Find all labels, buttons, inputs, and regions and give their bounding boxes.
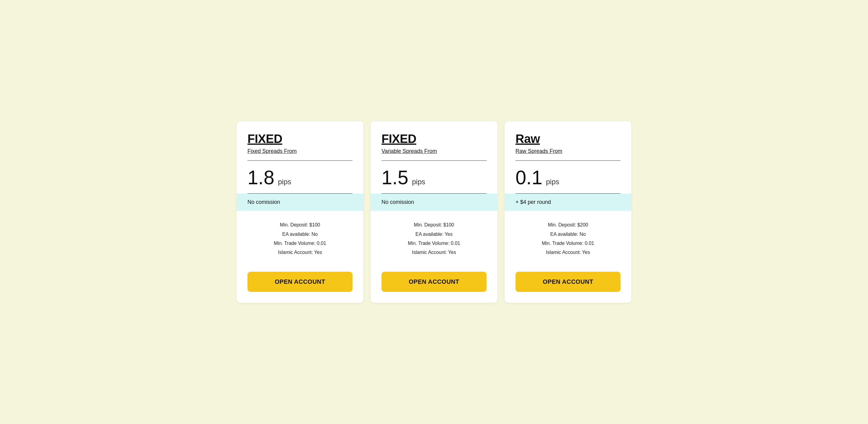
detail-item: EA available: No — [516, 230, 621, 239]
pip-value: 1.8 — [247, 168, 274, 187]
pip-value: 1.5 — [381, 168, 408, 187]
detail-item: Min. Trade Volume: 0.01 — [247, 239, 352, 248]
card-footer: OPEN ACCOUNT — [371, 267, 497, 303]
card-footer: OPEN ACCOUNT — [505, 267, 631, 303]
detail-item: Min. Deposit: $100 — [381, 221, 487, 229]
card-pips-section: 1.8 pips — [237, 161, 363, 193]
open-account-button[interactable]: OPEN ACCOUNT — [381, 272, 487, 292]
detail-item: Min. Trade Volume: 0.01 — [381, 239, 487, 248]
card-pips-section: 1.5 pips — [371, 161, 497, 193]
detail-item: Islamic Account: Yes — [516, 248, 621, 257]
card-footer: OPEN ACCOUNT — [237, 267, 363, 303]
card-details: Min. Deposit: $100EA available: YesMin. … — [371, 211, 497, 267]
card-pips: 1.5 pips — [381, 168, 487, 187]
card-header: FIXED Variable Spreads From — [371, 121, 497, 160]
card-pips: 0.1 pips — [516, 168, 621, 187]
commission-section: + $4 per round — [505, 194, 631, 211]
card-subtitle: Raw Spreads From — [516, 148, 621, 154]
card-details: Min. Deposit: $100EA available: NoMin. T… — [237, 211, 363, 267]
detail-item: Min. Trade Volume: 0.01 — [516, 239, 621, 248]
card-fixed-1: FIXED Fixed Spreads From 1.8 pips No com… — [237, 121, 363, 303]
card-pips-section: 0.1 pips — [505, 161, 631, 193]
detail-item: Min. Deposit: $100 — [247, 221, 352, 229]
pip-label: pips — [278, 177, 291, 186]
detail-item: EA available: Yes — [381, 230, 487, 239]
card-header: FIXED Fixed Spreads From — [237, 121, 363, 160]
card-raw: Raw Raw Spreads From 0.1 pips + $4 per r… — [505, 121, 631, 303]
card-title: Raw — [516, 132, 621, 146]
pip-value: 0.1 — [516, 168, 542, 187]
cards-container: FIXED Fixed Spreads From 1.8 pips No com… — [223, 121, 645, 303]
detail-item: EA available: No — [247, 230, 352, 239]
card-subtitle: Variable Spreads From — [381, 148, 487, 154]
detail-item: Min. Deposit: $200 — [516, 221, 621, 229]
card-header: Raw Raw Spreads From — [505, 121, 631, 160]
card-details: Min. Deposit: $200EA available: NoMin. T… — [505, 211, 631, 267]
card-title: FIXED — [247, 132, 352, 146]
detail-item: Islamic Account: Yes — [247, 248, 352, 257]
open-account-button[interactable]: OPEN ACCOUNT — [247, 272, 352, 292]
commission-section: No comission — [237, 194, 363, 211]
card-subtitle: Fixed Spreads From — [247, 148, 352, 154]
card-pips: 1.8 pips — [247, 168, 352, 187]
card-title: FIXED — [381, 132, 487, 146]
detail-item: Islamic Account: Yes — [381, 248, 487, 257]
open-account-button[interactable]: OPEN ACCOUNT — [516, 272, 621, 292]
pip-label: pips — [546, 177, 559, 186]
card-fixed-2: FIXED Variable Spreads From 1.5 pips No … — [371, 121, 497, 303]
pip-label: pips — [412, 177, 425, 186]
commission-section: No comission — [371, 194, 497, 211]
